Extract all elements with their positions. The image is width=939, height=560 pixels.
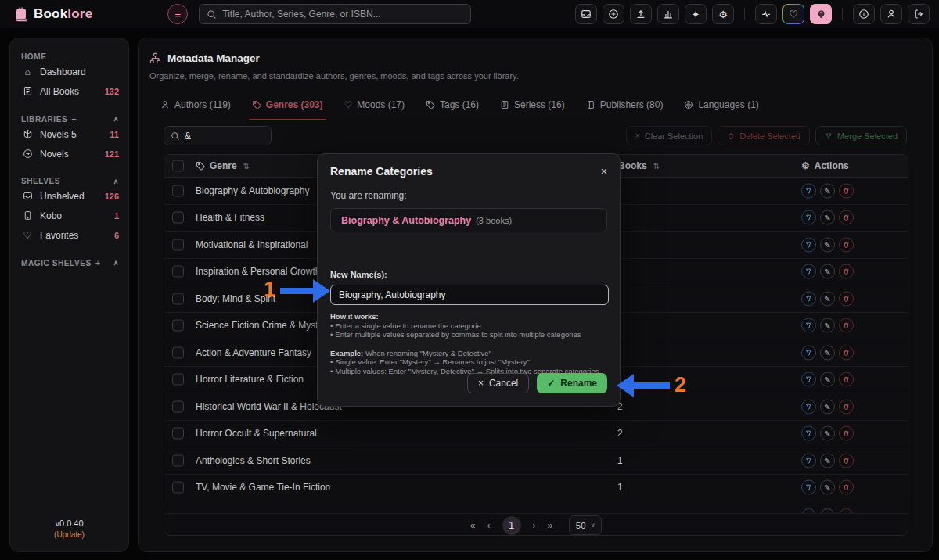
row-checkbox[interactable]	[172, 346, 184, 358]
delete-genre-button[interactable]	[839, 264, 854, 279]
row-checkbox[interactable]	[172, 320, 184, 332]
genre-filter[interactable]	[164, 126, 272, 145]
collapse-chevron-icon[interactable]: ∧	[113, 259, 119, 267]
edit-genre-button[interactable]: ✎	[820, 183, 835, 198]
delete-genre-button[interactable]	[839, 345, 854, 360]
delete-genre-button[interactable]	[839, 453, 854, 468]
sidebar-item-all-books[interactable]: All Books 132	[21, 82, 119, 100]
filter-by-genre-button[interactable]	[801, 210, 816, 225]
global-search[interactable]	[199, 4, 471, 24]
info-button[interactable]	[853, 4, 875, 24]
next-page-icon[interactable]: ›	[533, 520, 536, 531]
add-magic-shelf-icon[interactable]: +	[95, 258, 101, 267]
delete-genre-button[interactable]	[839, 291, 854, 306]
edit-genre-button[interactable]	[820, 508, 835, 514]
edit-genre-button[interactable]: ✎	[820, 480, 835, 495]
rename-button[interactable]: ✓Rename	[537, 373, 607, 393]
edit-genre-button[interactable]: ✎	[820, 399, 835, 414]
stats-button[interactable]	[657, 4, 679, 24]
prev-page-icon[interactable]: ‹	[487, 520, 491, 531]
filter-by-genre-button[interactable]	[801, 372, 816, 387]
sidebar-item-unshelved[interactable]: Unshelved 126	[21, 187, 119, 205]
account-button[interactable]	[880, 4, 902, 24]
sort-icon[interactable]: ⇅	[243, 162, 250, 171]
filter-by-genre-button[interactable]	[801, 480, 816, 495]
sidebar-item-novels[interactable]: Novels 121	[21, 145, 119, 163]
row-checkbox[interactable]	[172, 428, 184, 440]
first-page-icon[interactable]: «	[470, 520, 476, 531]
modal-close-icon[interactable]: ×	[601, 165, 607, 178]
sidebar-item-novels5[interactable]: Novels 5 11	[21, 125, 119, 143]
delete-genre-button[interactable]	[839, 480, 854, 495]
delete-selected-button[interactable]: Delete Selected	[718, 126, 810, 145]
row-checkbox[interactable]	[172, 400, 184, 412]
delete-genre-button[interactable]	[839, 372, 854, 387]
sidebar-item-dashboard[interactable]: ⌂ Dashboard	[21, 63, 119, 81]
add-library-icon[interactable]: +	[71, 114, 77, 124]
edit-genre-button[interactable]: ✎	[820, 264, 835, 279]
tab-publishers[interactable]: Publishers (80)	[586, 96, 664, 113]
tab-genres[interactable]: Genres (303)	[252, 96, 323, 113]
filter-by-genre-button[interactable]	[801, 399, 816, 414]
upload-button[interactable]	[630, 4, 652, 24]
edit-genre-button[interactable]: ✎	[820, 372, 835, 387]
row-checkbox[interactable]	[172, 212, 184, 224]
tab-authors[interactable]: Authors (119)	[160, 96, 231, 113]
row-checkbox[interactable]	[172, 239, 184, 250]
row-checkbox[interactable]	[172, 482, 184, 494]
genre-filter-input[interactable]	[185, 131, 264, 142]
row-checkbox[interactable]	[172, 454, 184, 466]
sort-icon[interactable]: ⇅	[653, 162, 660, 171]
cancel-button[interactable]: ×Cancel	[467, 373, 529, 393]
sidebar-item-favorites[interactable]: ♡ Favorites 6	[21, 226, 119, 244]
filter-by-genre-button[interactable]	[801, 345, 816, 360]
row-checkbox[interactable]	[172, 293, 184, 304]
row-checkbox[interactable]	[172, 185, 184, 196]
filter-by-genre-button[interactable]	[801, 453, 816, 468]
favorites-button[interactable]: ♡	[782, 4, 804, 24]
tab-tags[interactable]: Tags (16)	[426, 96, 479, 113]
hamburger-menu-button[interactable]: ≡	[167, 4, 188, 24]
merge-selected-button[interactable]: Merge Selected	[815, 126, 907, 145]
filter-by-genre-button[interactable]	[801, 426, 816, 441]
sidebar-item-kobo[interactable]: Kobo 1	[21, 206, 119, 224]
row-checkbox[interactable]	[172, 374, 184, 386]
delete-genre-button[interactable]	[839, 237, 854, 252]
current-page-button[interactable]: 1	[502, 516, 521, 535]
logout-button[interactable]	[908, 4, 930, 24]
brand-logo[interactable]: Booklore	[13, 6, 92, 22]
tab-languages[interactable]: Languages (1)	[684, 96, 758, 113]
filter-by-genre-button[interactable]	[801, 264, 816, 279]
inbox-button[interactable]	[575, 4, 597, 24]
add-button[interactable]	[603, 4, 624, 24]
delete-genre-button[interactable]	[839, 426, 854, 441]
filter-by-genre-button[interactable]	[801, 508, 816, 514]
delete-genre-button[interactable]	[839, 399, 854, 414]
edit-genre-button[interactable]: ✎	[820, 237, 835, 252]
select-all-checkbox[interactable]	[172, 160, 184, 172]
update-link[interactable]: (Update)	[10, 530, 128, 539]
clear-selection-button[interactable]: ×Clear Selection	[626, 126, 712, 145]
delete-genre-button[interactable]	[839, 210, 854, 225]
page-size-select[interactable]: 50∨	[569, 515, 602, 535]
collapse-chevron-icon[interactable]: ∧	[113, 178, 119, 185]
delete-genre-button[interactable]	[839, 183, 854, 198]
row-checkbox[interactable]	[172, 266, 184, 278]
filter-by-genre-button[interactable]	[801, 237, 816, 252]
new-name-input[interactable]	[330, 285, 609, 305]
edit-genre-button[interactable]: ✎	[820, 453, 835, 468]
last-page-icon[interactable]: »	[548, 520, 553, 531]
edit-genre-button[interactable]: ✎	[820, 426, 835, 441]
delete-genre-button[interactable]	[839, 508, 854, 514]
edit-genre-button[interactable]: ✎	[820, 318, 835, 333]
activity-button[interactable]	[755, 4, 777, 24]
tab-seriess[interactable]: Seriess (16)	[500, 96, 565, 113]
tab-moods[interactable]: ♡Moods (17)	[344, 96, 405, 113]
delete-genre-button[interactable]	[839, 318, 854, 333]
genre-column-header[interactable]: Genre ⇅	[196, 160, 250, 171]
edit-genre-button[interactable]: ✎	[820, 210, 835, 225]
edit-genre-button[interactable]: ✎	[820, 345, 835, 360]
global-search-input[interactable]	[222, 9, 463, 20]
filter-by-genre-button[interactable]	[801, 183, 816, 198]
metadata-manager-button[interactable]	[810, 4, 832, 24]
